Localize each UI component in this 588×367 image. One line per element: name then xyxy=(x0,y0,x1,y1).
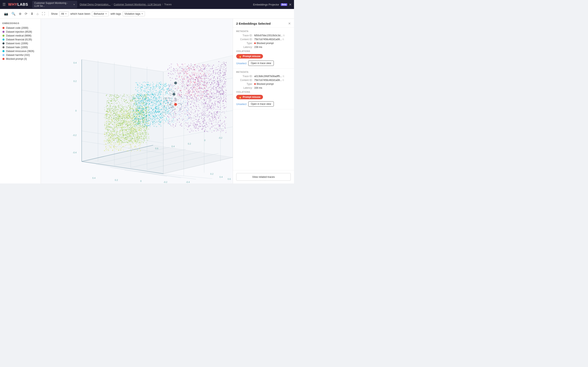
legend-item-2[interactable]: Dataset medical (9896) xyxy=(2,34,38,37)
violation-tags-select[interactable]: Violation tags ▼ xyxy=(123,11,145,16)
svg-point-4125 xyxy=(220,62,221,62)
svg-point-6094 xyxy=(188,115,189,116)
behavior-select[interactable]: Behavior ▼ xyxy=(92,11,109,16)
svg-point-6139 xyxy=(165,98,166,99)
svg-point-3761 xyxy=(213,83,214,83)
svg-point-5872 xyxy=(201,85,201,86)
svg-point-3412 xyxy=(189,81,189,81)
hamburger-icon[interactable]: ☰ xyxy=(2,2,6,7)
legend-item-6[interactable]: Dataset innocuous (3826) xyxy=(2,50,38,53)
scatter-plot[interactable]: 0.4 0.2 0 -0.2 -0.4 0.4 0.2 0 -0.2 -0.4 … xyxy=(41,19,233,184)
panel-close-button[interactable]: ✕ xyxy=(288,22,291,25)
svg-point-3837 xyxy=(223,69,223,70)
svg-point-2920 xyxy=(174,108,175,109)
violation-badge-2[interactable]: 🔥 Prompt misuse xyxy=(236,95,263,99)
svg-point-6224 xyxy=(163,103,164,104)
copy-content-id-icon-2[interactable]: ⎘ xyxy=(283,79,284,82)
svg-point-5468 xyxy=(153,91,153,91)
svg-point-3329 xyxy=(190,88,191,89)
svg-point-5746 xyxy=(196,85,197,85)
breadcrumb-org[interactable]: Global Demo Organization... xyxy=(80,3,111,6)
svg-point-3396 xyxy=(197,101,198,102)
selected-point-1[interactable] xyxy=(174,81,177,85)
legend-item-4[interactable]: Dataset toxic (1006) xyxy=(2,42,38,45)
svg-point-4346 xyxy=(161,121,162,121)
selected-point-3[interactable] xyxy=(174,103,177,106)
camera-icon[interactable]: 📷 xyxy=(3,11,9,17)
svg-point-3608 xyxy=(212,82,212,83)
svg-point-4915 xyxy=(151,108,152,109)
open-trace-view-button-1[interactable]: Open in trace view xyxy=(248,60,274,66)
unselect-button-1[interactable]: Unselect xyxy=(236,62,247,65)
svg-point-4919 xyxy=(160,102,160,102)
svg-point-4989 xyxy=(140,124,141,124)
svg-point-6699 xyxy=(120,112,121,112)
svg-point-7212 xyxy=(116,134,116,135)
close-button[interactable]: ✕ xyxy=(289,3,292,7)
svg-point-1749 xyxy=(126,110,126,111)
breadcrumb-project[interactable]: Customer Support Monitoring - LLM Secure xyxy=(114,3,161,6)
svg-point-2189 xyxy=(213,96,214,97)
svg-point-3741 xyxy=(218,75,219,75)
svg-point-1816 xyxy=(117,112,117,112)
search-icon[interactable]: 🔍 xyxy=(11,11,16,17)
svg-point-7150 xyxy=(121,137,122,138)
svg-point-5130 xyxy=(159,111,159,111)
svg-point-4337 xyxy=(154,115,155,116)
home-icon[interactable]: ⌂ xyxy=(36,11,39,17)
svg-point-1157 xyxy=(127,102,128,103)
violation-badge-1[interactable]: 🔥 Prompt misuse xyxy=(236,54,263,58)
legend-item-0[interactable]: Dataset code (2000) xyxy=(2,26,38,29)
svg-point-3394 xyxy=(224,96,224,97)
svg-point-292 xyxy=(141,141,142,141)
svg-point-7059 xyxy=(105,128,105,128)
selected-point-2[interactable] xyxy=(172,92,176,96)
copy-trace-id-icon-2[interactable]: ⎘ xyxy=(283,75,284,78)
svg-point-2773 xyxy=(172,117,173,118)
project-selector[interactable]: Customer Support Monitoring - LLM Se... … xyxy=(32,1,77,8)
svg-point-4813 xyxy=(139,106,140,106)
svg-point-4050 xyxy=(225,74,226,75)
svg-point-5597 xyxy=(166,103,167,104)
legend-item-1[interactable]: Dataset injection (8528) xyxy=(2,30,38,33)
svg-point-5828 xyxy=(206,86,207,87)
svg-point-6980 xyxy=(116,137,116,138)
svg-point-3392 xyxy=(212,120,213,121)
svg-point-2956 xyxy=(203,93,204,93)
svg-point-2417 xyxy=(214,86,215,86)
view-related-traces-button[interactable]: View related traces xyxy=(236,173,291,181)
svg-point-1061 xyxy=(110,138,110,138)
canvas-area[interactable]: 0.4 0.2 0 -0.2 -0.4 0.4 0.2 0 -0.2 -0.4 … xyxy=(41,19,233,184)
download-icon[interactable]: ⬇ xyxy=(30,11,34,17)
legend-item-3[interactable]: Dataset financial (6135) xyxy=(2,38,38,41)
svg-point-5418 xyxy=(165,86,166,87)
svg-point-3441 xyxy=(200,80,200,81)
svg-point-5339 xyxy=(157,112,158,113)
zoom-in-icon[interactable]: ⊕ xyxy=(18,11,22,17)
legend-item-8[interactable]: Blocked prompt (3) xyxy=(2,58,38,60)
svg-point-4703 xyxy=(151,93,152,94)
open-trace-view-button-2[interactable]: Open in trace view xyxy=(248,101,274,107)
svg-point-5906 xyxy=(199,78,200,79)
svg-point-3410 xyxy=(202,129,203,130)
refresh-icon[interactable]: ⟳ xyxy=(24,11,28,17)
copy-content-id-icon-1[interactable]: ⎘ xyxy=(283,38,284,41)
svg-point-580 xyxy=(129,106,130,106)
svg-point-7123 xyxy=(131,135,132,135)
svg-point-1697 xyxy=(119,110,119,110)
svg-point-2833 xyxy=(206,122,207,123)
legend-item-5[interactable]: Dataset hate (1000) xyxy=(2,46,38,49)
expand-icon[interactable]: ⛶ xyxy=(41,11,46,17)
legend-item-7[interactable]: Dataset harmful (332) xyxy=(2,54,38,57)
show-select[interactable]: All ▼ xyxy=(59,11,69,16)
svg-point-4874 xyxy=(147,125,148,125)
unselect-button-2[interactable]: Unselect xyxy=(236,103,247,106)
svg-point-532 xyxy=(119,103,120,103)
svg-point-3522 xyxy=(222,82,223,82)
svg-point-6099 xyxy=(184,114,184,115)
svg-point-6081 xyxy=(186,107,187,108)
svg-point-4426 xyxy=(166,111,166,111)
copy-trace-id-icon-1[interactable]: ⎘ xyxy=(283,34,285,37)
svg-point-733 xyxy=(117,104,117,104)
svg-point-5411 xyxy=(138,106,138,106)
